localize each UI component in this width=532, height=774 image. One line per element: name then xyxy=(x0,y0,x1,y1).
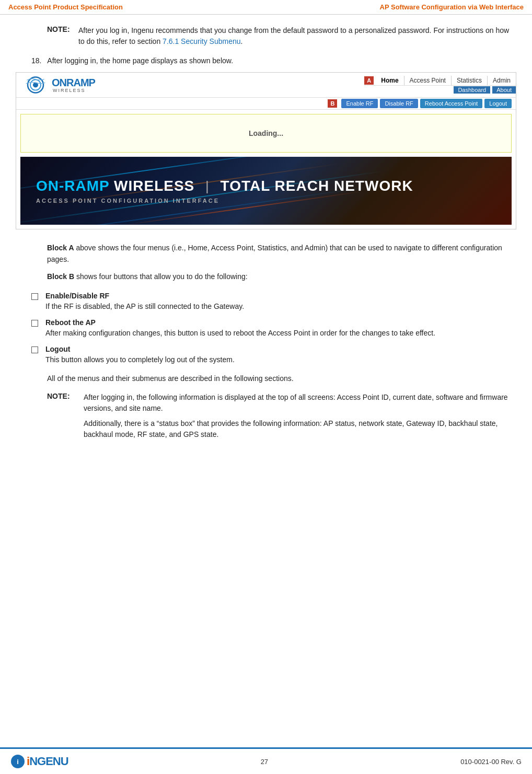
loading-text: Loading... xyxy=(249,129,283,137)
loading-area: Loading... xyxy=(20,114,512,153)
logout-button[interactable]: Logout xyxy=(484,99,512,108)
banner-area: ON-RAMP WIRELESS | TOTAL REACH NETWORK A… xyxy=(20,157,512,225)
block-b-desc: Block B shows four buttons that allow yo… xyxy=(47,271,516,282)
indented-para-1: All of the menus and their submenus are … xyxy=(47,373,516,384)
ingenu-logo-icon: i xyxy=(10,754,25,769)
nav-menu-top: Home Access Point Statistics Admin xyxy=(376,76,516,85)
left-header-title: Access Point Product Specification xyxy=(8,3,123,11)
note-text-after: . xyxy=(241,37,243,45)
bullet-body-1: After making configuration changes, this… xyxy=(45,328,516,339)
block-b-label: Block B xyxy=(47,272,74,281)
onramp-logo-icon xyxy=(22,76,49,94)
block-a-text: above shows the four menus (i.e., Home, … xyxy=(47,244,502,263)
nav-sub-dashboard[interactable]: Dashboard xyxy=(454,86,490,94)
brand-on-ramp: ON-RAMP xyxy=(36,178,109,194)
footer-logo-text: iNGENU xyxy=(27,755,68,768)
banner-brand-line: ON-RAMP WIRELESS | TOTAL REACH NETWORK xyxy=(36,178,496,194)
document-footer: i iNGENU 27 010-0021-00 Rev. G xyxy=(0,747,532,774)
right-header-title: AP Software Configuration via Web Interf… xyxy=(380,3,524,11)
nav-access-point[interactable]: Access Point xyxy=(404,76,452,85)
enable-rf-button[interactable]: Enable RF xyxy=(341,99,378,108)
step-18-line: 18. After logging in, the home page disp… xyxy=(16,56,516,65)
nav-sub-about[interactable]: About xyxy=(492,86,516,94)
description-section: Block A above shows the four menus (i.e.… xyxy=(16,242,516,282)
block-b-text: shows four buttons that allow you to do … xyxy=(74,272,248,281)
banner-title: ON-RAMP WIRELESS | TOTAL REACH NETWORK A… xyxy=(36,178,496,204)
checkbox-2 xyxy=(31,346,38,353)
brand-separator: | xyxy=(205,178,210,194)
top-nav-area: A Home Access Point Statistics Admin Das… xyxy=(364,76,516,94)
brand-wireless: WIRELESS xyxy=(114,178,199,194)
reboot-ap-button[interactable]: Reboot Access Point xyxy=(420,99,483,108)
bullet-content-0: Enable/Disable RF If the RF is disabled,… xyxy=(45,292,516,312)
note-text: After you log in, Ingenu recommends that… xyxy=(78,25,516,47)
bullet-item-0: Enable/Disable RF If the RF is disabled,… xyxy=(16,292,516,312)
step-number: 18. xyxy=(31,56,47,65)
indented-section: All of the menus and their submenus are … xyxy=(16,373,516,384)
banner-subtitle: ACCESS POINT CONFIGURATION INTERFACE xyxy=(36,198,496,204)
disable-rf-button[interactable]: Disable RF xyxy=(380,99,418,108)
block-a-label: Block A xyxy=(47,244,74,252)
note-block: NOTE: After you log in, Ingenu recommend… xyxy=(16,25,516,47)
note2-text: After logging in, the following informat… xyxy=(78,392,516,440)
footer-page-number: 27 xyxy=(261,758,268,766)
bullet-title-1: Reboot the AP xyxy=(45,318,516,327)
bullet-content-1: Reboot the AP After making configuration… xyxy=(45,318,516,339)
svg-text:i: i xyxy=(17,758,19,766)
main-content: NOTE: After you log in, Ingenu recommend… xyxy=(0,15,532,486)
note2-text-1: After logging in, the following informat… xyxy=(84,393,508,412)
ingenu-logo: i iNGENU xyxy=(10,754,68,769)
nav-statistics[interactable]: Statistics xyxy=(452,76,488,85)
note-label: NOTE: xyxy=(47,25,73,47)
bullet-item-1: Reboot the AP After making configuration… xyxy=(16,318,516,339)
nav-admin[interactable]: Admin xyxy=(488,76,516,85)
onramp-logo-area: ONRAMP WIRELESS xyxy=(16,73,101,97)
bullet-content-2: Logout This button allows you to complet… xyxy=(45,345,516,365)
bullet-item-2: Logout This button allows you to complet… xyxy=(16,345,516,365)
footer-revision: 010-0021-00 Rev. G xyxy=(460,758,522,766)
bullet-title-2: Logout xyxy=(45,345,516,353)
checkbox-1 xyxy=(31,320,38,327)
note2-text-2: Additionally, there is a “status box” th… xyxy=(84,418,516,440)
nav-label-a: A xyxy=(364,76,374,85)
note-block-2: NOTE: After logging in, the following in… xyxy=(16,392,516,440)
bullet-title-0: Enable/Disable RF xyxy=(45,292,516,300)
bullet-list: Enable/Disable RF If the RF is disabled,… xyxy=(16,292,516,365)
document-header: Access Point Product Specification AP So… xyxy=(0,0,532,15)
note-label-2: NOTE: xyxy=(47,392,73,440)
onramp-brand-text: ONRAMP xyxy=(52,77,95,89)
nav-label-b: B xyxy=(328,99,337,108)
ui-mockup: ONRAMP WIRELESS A Home Access Point Stat… xyxy=(16,72,516,229)
action-button-bar: B Enable RF Disable RF Reboot Access Poi… xyxy=(16,98,516,110)
note-text-before: After you log in, Ingenu recommends that… xyxy=(78,26,509,45)
checkbox-0 xyxy=(31,293,38,300)
footer-logo-ngenu: NGENU xyxy=(29,755,68,768)
nav-home[interactable]: Home xyxy=(376,76,404,85)
brand-total-reach: TOTAL REACH NETWORK xyxy=(221,178,413,194)
bullet-body-2: This button allows you to completely log… xyxy=(45,354,516,365)
bullet-body-0: If the RF is disabled, the AP is still c… xyxy=(45,301,516,312)
block-a-desc: Block A above shows the four menus (i.e.… xyxy=(47,242,516,265)
nav-submenu: Dashboard About xyxy=(454,86,516,94)
step-text: After logging in, the home page displays… xyxy=(47,56,233,65)
security-submenu-link[interactable]: 7.6.1 Security Submenu xyxy=(163,37,240,45)
